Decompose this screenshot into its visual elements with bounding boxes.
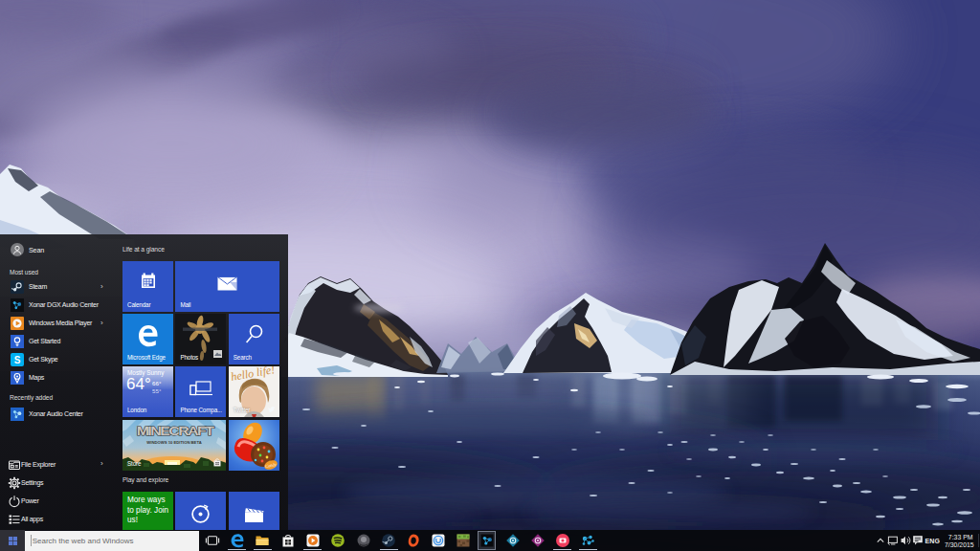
svg-text:MINECRAFT: MINECRAFT: [137, 424, 215, 437]
svg-text:WINDOWS 10 EDITION BETA: WINDOWS 10 EDITION BETA: [146, 439, 201, 444]
svg-text:S: S: [14, 355, 21, 365]
